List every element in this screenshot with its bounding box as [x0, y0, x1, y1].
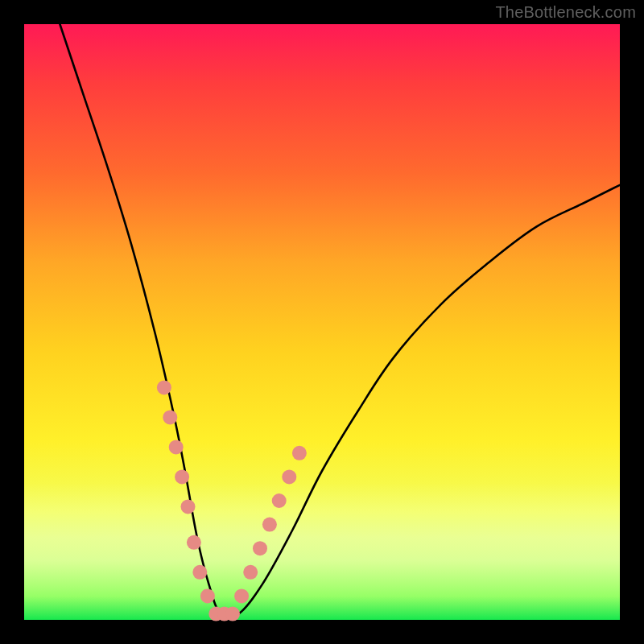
highlight-dot	[200, 588, 215, 603]
highlight-dot	[192, 565, 207, 580]
highlight-dot	[157, 380, 171, 394]
highlight-dot	[175, 469, 189, 484]
highlight-dot	[163, 410, 177, 424]
highlight-dot	[181, 499, 196, 514]
highlight-dot	[187, 535, 201, 550]
highlight-dot	[253, 541, 267, 555]
highlight-dot	[272, 493, 287, 508]
plot-area	[24, 24, 620, 620]
highlight-dots	[157, 380, 307, 621]
bottleneck-curve	[60, 24, 620, 618]
watermark-text: TheBottleneck.com	[495, 3, 636, 22]
highlight-dot	[292, 446, 307, 460]
chart-svg	[24, 24, 620, 620]
highlight-dot	[243, 565, 258, 580]
highlight-dot	[262, 518, 277, 532]
highlight-dot	[282, 469, 296, 484]
highlight-dot	[234, 588, 249, 603]
chart-frame: TheBottleneck.com	[0, 0, 644, 644]
highlight-dot	[225, 607, 240, 621]
highlight-dot	[169, 440, 184, 454]
